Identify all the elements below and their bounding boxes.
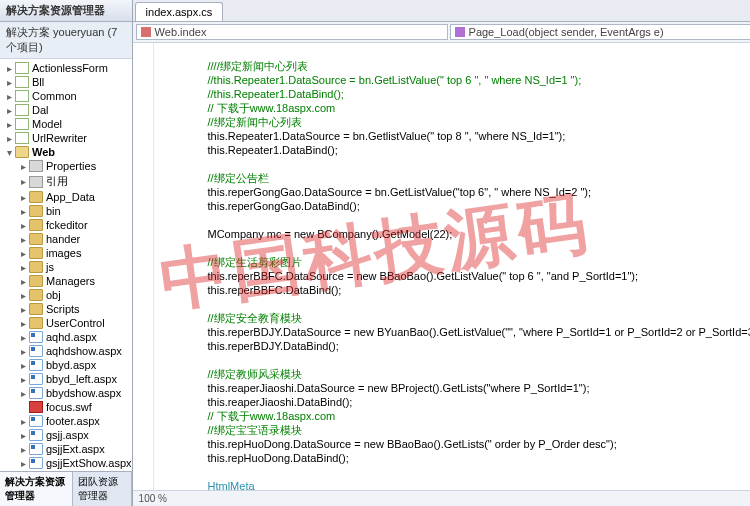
editor-area: index.aspx.cs Web.index Page_Load(object… (133, 0, 750, 506)
tree-item-label: Common (32, 90, 77, 102)
twisty-icon[interactable]: ▸ (18, 360, 29, 371)
solution-header[interactable]: 解决方案 youeryuan (7 个项目) (0, 22, 132, 59)
twisty-icon[interactable]: ▸ (18, 458, 29, 469)
file-icon (29, 373, 43, 385)
tree-item-label: bbydshow.aspx (46, 387, 121, 399)
file-icon (29, 331, 43, 343)
tree-item-label: js (46, 261, 54, 273)
twisty-icon[interactable]: ▸ (4, 77, 15, 88)
tree-item-label: images (46, 247, 81, 259)
solution-tree[interactable]: ▸ActionlessForm▸Bll▸Common▸Dal▸Model▸Url… (0, 59, 132, 471)
file-icon (29, 219, 43, 231)
twisty-icon[interactable]: ▸ (18, 220, 29, 231)
twisty-icon[interactable]: ▸ (4, 105, 15, 116)
twisty-icon[interactable]: ▸ (18, 206, 29, 217)
file-icon (29, 387, 43, 399)
tab-team-explorer[interactable]: 团队资源管理器 (73, 472, 132, 506)
tree-item[interactable]: ▸aqhdshow.aspx (0, 344, 132, 358)
twisty-icon[interactable]: ▸ (4, 91, 15, 102)
tree-item-label: UserControl (46, 317, 105, 329)
file-icon (15, 76, 29, 88)
tree-item[interactable]: ▸Properties (0, 159, 132, 173)
file-icon (29, 429, 43, 441)
tree-item-label: Model (32, 118, 62, 130)
file-icon (29, 176, 43, 188)
twisty-icon[interactable]: ▸ (18, 430, 29, 441)
twisty-icon[interactable]: ▸ (4, 119, 15, 130)
tree-item[interactable]: focus.swf (0, 400, 132, 414)
tree-item[interactable]: ▸bbydshow.aspx (0, 386, 132, 400)
tree-item[interactable]: ▸aqhd.aspx (0, 330, 132, 344)
tree-item-label: footer.aspx (46, 415, 100, 427)
twisty-icon[interactable]: ▸ (18, 234, 29, 245)
twisty-icon[interactable]: ▸ (4, 133, 15, 144)
twisty-icon[interactable]: ▸ (18, 192, 29, 203)
twisty-icon[interactable]: ▸ (4, 63, 15, 74)
code-nav-bar: Web.index Page_Load(object sender, Event… (133, 22, 750, 43)
tree-item[interactable]: ▸bin (0, 204, 132, 218)
tree-item[interactable]: ▸Managers (0, 274, 132, 288)
twisty-icon[interactable]: ▸ (18, 388, 29, 399)
tree-item[interactable]: ▸Scripts (0, 302, 132, 316)
tree-item[interactable]: ▸hander (0, 232, 132, 246)
tree-item-label: Bll (32, 76, 44, 88)
file-icon (15, 118, 29, 130)
member-selector[interactable]: Page_Load(object sender, EventArgs e) (450, 24, 750, 40)
tree-item[interactable]: ▸footer.aspx (0, 414, 132, 428)
twisty-icon[interactable]: ▸ (18, 276, 29, 287)
twisty-icon[interactable]: ▸ (18, 176, 29, 187)
file-icon (15, 132, 29, 144)
tree-item-label: App_Data (46, 191, 95, 203)
tree-item[interactable]: ▸bbyd.aspx (0, 358, 132, 372)
tree-item-label: gsjj.aspx (46, 429, 89, 441)
file-icon (15, 62, 29, 74)
tree-item[interactable]: ▸fckeditor (0, 218, 132, 232)
file-icon (29, 317, 43, 329)
tree-item[interactable]: ▸Bll (0, 75, 132, 89)
twisty-icon[interactable]: ▸ (18, 290, 29, 301)
tree-item[interactable]: ▸Common (0, 89, 132, 103)
twisty-icon[interactable]: ▾ (4, 147, 15, 158)
tree-item-label: focus.swf (46, 401, 92, 413)
tree-item[interactable]: ▸obj (0, 288, 132, 302)
tree-item[interactable]: ▸bbyd_left.aspx (0, 372, 132, 386)
file-icon (29, 457, 43, 469)
twisty-icon[interactable]: ▸ (18, 318, 29, 329)
tree-item[interactable]: ▾Web (0, 145, 132, 159)
twisty-icon[interactable]: ▸ (18, 161, 29, 172)
file-icon (29, 345, 43, 357)
file-icon (15, 146, 29, 158)
tree-item-label: gsjjExtShow.aspx (46, 457, 132, 469)
twisty-icon[interactable]: ▸ (18, 416, 29, 427)
twisty-icon[interactable]: ▸ (18, 374, 29, 385)
tree-item[interactable]: ▸js (0, 260, 132, 274)
file-icon (29, 160, 43, 172)
tree-item[interactable]: ▸gsjj.aspx (0, 428, 132, 442)
tree-item[interactable]: ▸App_Data (0, 190, 132, 204)
tree-item[interactable]: ▸UserControl (0, 316, 132, 330)
tree-item-label: Web (32, 146, 55, 158)
code-editor[interactable]: ////绑定新闻中心列表 //this.Repeater1.DataSource… (133, 43, 750, 490)
file-icon (29, 415, 43, 427)
file-icon (29, 289, 43, 301)
twisty-icon[interactable]: ▸ (18, 262, 29, 273)
twisty-icon[interactable]: ▸ (18, 332, 29, 343)
tree-item[interactable]: ▸ActionlessForm (0, 61, 132, 75)
tree-item-label: 引用 (46, 174, 68, 189)
sidebar-title: 解决方案资源管理器 (0, 0, 132, 22)
twisty-icon[interactable]: ▸ (18, 444, 29, 455)
tree-item[interactable]: ▸gsjjExtShow.aspx (0, 456, 132, 470)
tree-item[interactable]: ▸Dal (0, 103, 132, 117)
tree-item[interactable]: ▸Model (0, 117, 132, 131)
class-selector[interactable]: Web.index (136, 24, 448, 40)
tree-item[interactable]: ▸images (0, 246, 132, 260)
twisty-icon[interactable]: ▸ (18, 304, 29, 315)
tree-item[interactable]: ▸gsjjExt.aspx (0, 442, 132, 456)
file-icon (29, 275, 43, 287)
tab-solution-explorer[interactable]: 解决方案资源管理器 (0, 472, 73, 506)
editor-tab[interactable]: index.aspx.cs (135, 2, 224, 21)
twisty-icon[interactable]: ▸ (18, 346, 29, 357)
twisty-icon[interactable]: ▸ (18, 248, 29, 259)
tree-item[interactable]: ▸引用 (0, 173, 132, 190)
tree-item[interactable]: ▸UrlRewriter (0, 131, 132, 145)
